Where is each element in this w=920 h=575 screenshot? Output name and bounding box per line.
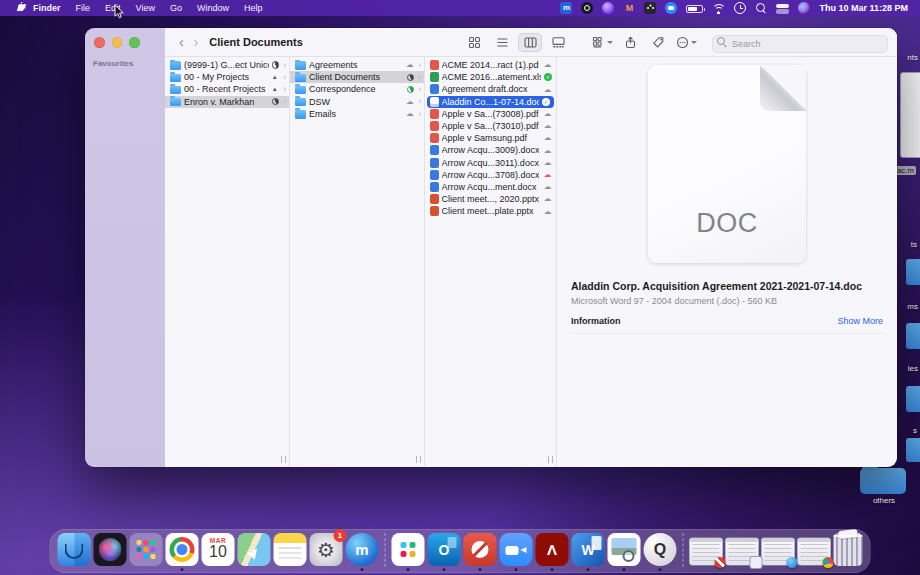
dock-window-thumb-4[interactable] (798, 538, 831, 565)
folder-row[interactable]: 00 - Recent Projects▲› (165, 83, 289, 95)
group-by-button[interactable] (590, 33, 614, 52)
loom-icon[interactable] (581, 2, 593, 14)
outlook-glyph: O (428, 533, 461, 566)
column-view-button[interactable] (518, 33, 542, 52)
file-row[interactable]: Apple v Samsung.pdf☁ (425, 132, 556, 144)
file-row[interactable]: Agreement draft.docx☁ (425, 83, 556, 95)
back-button[interactable]: ‹ (174, 35, 189, 49)
tags-button[interactable] (646, 33, 670, 52)
file-row[interactable]: Client meet..., 2020.pptx☁ (425, 193, 556, 205)
column-resize-handle[interactable] (416, 456, 421, 463)
wifi-icon[interactable] (712, 3, 725, 14)
clock-icon-icon[interactable] (734, 2, 746, 14)
dock-finder-icon[interactable] (58, 533, 91, 566)
file-row[interactable]: Apple v Sa...(73010).pdf☁ (425, 120, 556, 132)
dock-siri-icon[interactable] (94, 533, 127, 566)
dock-launchpad-icon[interactable] (130, 533, 163, 566)
menu-bar-clock[interactable]: Thu 10 Mar 11:28 PM (819, 3, 908, 13)
file-row[interactable]: Arrow Acqu...3011).docx☁ (425, 157, 556, 169)
folder-icon (295, 74, 306, 83)
more-actions-button[interactable] (674, 33, 698, 52)
item-label: Client Documents (309, 72, 404, 82)
dock-acrobat-icon[interactable]: Λ (536, 533, 569, 566)
column-resize-handle[interactable] (548, 456, 553, 463)
menu-file[interactable]: File (76, 3, 91, 13)
dock-mattermost-icon[interactable]: m (346, 533, 379, 566)
file-row[interactable]: Client meet...plate.pptx☁ (425, 205, 556, 217)
close-button[interactable] (94, 37, 105, 48)
running-indicator (479, 568, 482, 571)
folder-row[interactable]: Emails☁› (290, 108, 424, 120)
dock-window-thumb-2[interactable] (726, 538, 759, 565)
search-input[interactable] (712, 35, 888, 53)
chevron-right-icon: › (283, 73, 286, 82)
dock-maps-icon[interactable] (238, 533, 271, 566)
file-row[interactable]: ACME 2016...atement.xls✓ (425, 71, 556, 83)
dock-zoom-icon[interactable] (500, 533, 533, 566)
mattermost-icon[interactable]: m (560, 2, 572, 14)
dock-preview-app-icon[interactable] (608, 533, 641, 566)
show-more-button[interactable]: Show More (837, 316, 883, 326)
gallery-view-button[interactable] (546, 33, 570, 52)
dock-quicktime-icon[interactable]: Q (644, 533, 677, 566)
swirl-icon[interactable] (602, 2, 614, 14)
desktop-folder-icon[interactable] (906, 386, 920, 412)
dock-window-thumb-3[interactable] (762, 538, 795, 565)
menu-view[interactable]: View (136, 3, 155, 13)
status-upload-icon: ▲ (269, 86, 280, 92)
folder-row[interactable]: (9999-1) G...ect Unicorn› (165, 59, 289, 71)
running-indicator (587, 568, 590, 571)
item-label: Enron v. Markhan (184, 97, 269, 107)
folder-row[interactable]: Enron v. Markhan› (165, 96, 289, 108)
menu-go[interactable]: Go (170, 3, 182, 13)
desktop-folder-icon[interactable] (906, 323, 920, 349)
desktop-chip-icon[interactable]: ac.m (895, 166, 916, 175)
folder-row[interactable]: DSW☁› (290, 96, 424, 108)
dock-slack-icon[interactable] (392, 533, 425, 566)
chevron-right-icon: › (418, 110, 421, 119)
search-icon[interactable] (755, 2, 767, 14)
m-letter-icon[interactable]: M (623, 2, 635, 14)
control-center-icon[interactable] (776, 4, 789, 14)
apple-menu-icon[interactable] (16, 2, 27, 14)
file-row[interactable]: Arrow Acqu...ment.docx☁ (425, 181, 556, 193)
desktop-file-icon[interactable] (900, 72, 920, 158)
dock-settings-icon[interactable]: ⚙1 (310, 533, 343, 566)
dock-notes-icon[interactable] (274, 533, 307, 566)
folder-row[interactable]: Client Documents› (290, 71, 424, 83)
menu-finder[interactable]: Finder (33, 3, 61, 13)
menu-help[interactable]: Help (244, 3, 263, 13)
desktop-folder-large-icon[interactable] (860, 468, 906, 494)
controller-icon[interactable] (644, 2, 656, 14)
file-row[interactable]: ACME 2014...ract (1).pdf☁ (425, 59, 556, 71)
minimize-button[interactable] (112, 37, 123, 48)
traffic-lights (94, 37, 140, 48)
zoom-button[interactable] (129, 37, 140, 48)
chat-icon[interactable] (665, 2, 677, 14)
menu-window[interactable]: Window (197, 3, 229, 13)
file-row[interactable]: Arrow Acqu...3708).docx☁ (425, 169, 556, 181)
dock-word-icon[interactable]: W (572, 533, 605, 566)
folder-row[interactable]: 00 - My Projects▲› (165, 71, 289, 83)
dock-remote-desktop-icon[interactable] (464, 533, 497, 566)
file-row[interactable]: Aladdin Co...1-07-14.doc✓ (427, 96, 554, 108)
column-resize-handle[interactable] (281, 456, 286, 463)
list-view-button[interactable] (490, 33, 514, 52)
item-label: Apple v Sa...(73008).pdf (442, 109, 540, 119)
file-row[interactable]: Arrow Acqu...3009).docx☁ (425, 144, 556, 156)
battery-icon[interactable] (686, 5, 703, 13)
desktop-folder-icon[interactable] (906, 438, 920, 462)
desktop-folder-icon[interactable] (906, 259, 920, 285)
file-row[interactable]: Apple v Sa...(73008).pdf☁ (425, 108, 556, 120)
dock-calendar-icon[interactable]: MAR10 (202, 533, 235, 566)
siri-icon[interactable] (798, 2, 810, 14)
dock-window-thumb-1[interactable] (690, 538, 723, 565)
dock-trash-icon[interactable] (834, 533, 863, 566)
share-button[interactable] (618, 33, 642, 52)
icon-view-button[interactable] (462, 33, 486, 52)
dock-chrome-icon[interactable] (166, 533, 199, 566)
folder-row[interactable]: Correspondence› (290, 83, 424, 95)
dock-outlook-icon[interactable]: O (428, 533, 461, 566)
folder-row[interactable]: Agreements☁› (290, 59, 424, 71)
forward-button[interactable]: › (189, 35, 204, 49)
